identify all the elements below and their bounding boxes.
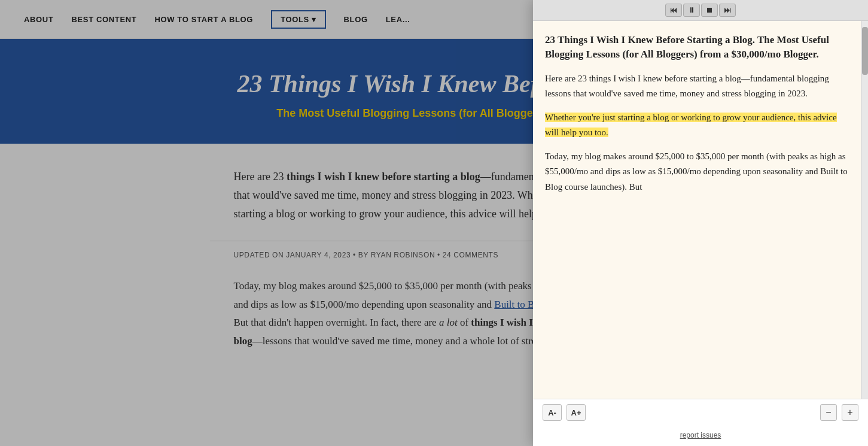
updated-date: JANUARY 4, 2023 bbox=[286, 251, 351, 259]
chevron-down-icon: ▾ bbox=[312, 15, 316, 24]
body-para1-cont: of bbox=[458, 317, 471, 328]
popup-para-highlight: Whether you're just starting a blog or w… bbox=[545, 110, 849, 141]
popup-highlighted-text: Whether you're just starting a blog or w… bbox=[545, 113, 837, 138]
author-name: RYAN ROBINSON bbox=[371, 251, 435, 259]
body-italic: a lot bbox=[439, 317, 458, 328]
by-label: BY bbox=[358, 251, 368, 259]
popup-para2: Today, my blog makes around $25,000 to $… bbox=[545, 149, 849, 195]
reader-popup: ⏮ ⏸ ⏹ ⏭ 23 Things I Wish I Knew Before S… bbox=[533, 0, 868, 407]
popup-text[interactable]: 23 Things I Wish I Knew Before Starting … bbox=[533, 21, 861, 399]
updated-label: UPDATED ON bbox=[234, 251, 284, 259]
font-decrease-button[interactable]: A- bbox=[543, 404, 562, 407]
popup-scrollbar[interactable] bbox=[861, 21, 868, 399]
stop-button[interactable]: ⏹ bbox=[701, 4, 718, 17]
nav-best-content[interactable]: BEST CONTENT bbox=[71, 15, 136, 24]
body-para1-final: —lessons that would've saved me time, mo… bbox=[252, 335, 547, 347]
popup-article-title: 23 Things I Wish I Knew Before Starting … bbox=[545, 33, 849, 62]
popup-top-controls: ⏮ ⏸ ⏹ ⏭ bbox=[533, 0, 868, 21]
zoom-increase-button[interactable]: + bbox=[842, 404, 858, 407]
popup-scrollbar-thumb bbox=[862, 27, 868, 75]
popup-para1: Here are 23 things I wish I knew before … bbox=[545, 71, 849, 102]
nav-about[interactable]: ABOUT bbox=[24, 15, 53, 24]
comments-count: 24 COMMENTS bbox=[443, 251, 498, 259]
pause-button[interactable]: ⏸ bbox=[683, 4, 700, 17]
rewind-button[interactable]: ⏮ bbox=[665, 4, 682, 17]
zoom-decrease-button[interactable]: − bbox=[820, 404, 837, 407]
nav-tools[interactable]: TOOLS ▾ bbox=[271, 10, 325, 29]
nav-tools-label: TOOLS bbox=[281, 15, 309, 24]
nav-learn[interactable]: LEA... bbox=[386, 15, 410, 24]
popup-bottom-controls: A- A+ − + bbox=[533, 399, 868, 407]
nav-blog[interactable]: BLOG bbox=[344, 15, 368, 24]
nav-how-to-start[interactable]: HOW TO START A BLOG bbox=[154, 15, 253, 24]
popup-content-area[interactable]: 23 Things I Wish I Knew Before Starting … bbox=[533, 21, 868, 399]
forward-button[interactable]: ⏭ bbox=[719, 4, 736, 17]
intro-text-before: Here are 23 bbox=[234, 171, 287, 183]
intro-strong: things I wish I knew before starting a b… bbox=[287, 171, 480, 183]
font-increase-button[interactable]: A+ bbox=[567, 404, 586, 407]
